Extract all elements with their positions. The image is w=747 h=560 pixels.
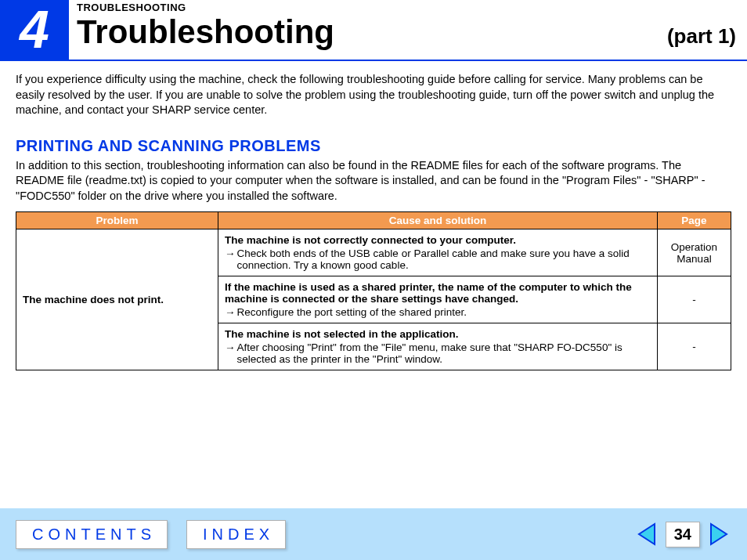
header-main-title: Troubleshooting [77,13,334,51]
troubleshooting-table: Problem Cause and solution Page The mach… [16,211,731,370]
cause-cell: The machine is not correctly connected t… [218,229,658,276]
page-cell: - [658,276,731,323]
solution-text: After choosing "Print" from the "File" m… [237,341,651,365]
triangle-left-icon [636,522,656,546]
svg-marker-1 [711,524,727,544]
arrow-icon: → [225,341,236,365]
index-button[interactable]: INDEX [186,520,286,549]
header-main-row: Troubleshooting (part 1) [77,13,736,51]
table-row: The machine does not print. The machine … [16,229,731,276]
page-cell: - [658,323,731,370]
solution-line: → After choosing "Print" from the "File"… [225,341,651,365]
cause-text: The machine is not correctly connected t… [225,234,651,246]
footer-bar: CONTENTS INDEX 34 [0,508,747,560]
cause-text: The machine is not selected in the appli… [225,328,651,340]
header-right: TROUBLESHOOTING Troubleshooting (part 1) [69,0,747,61]
arrow-icon: → [225,306,236,318]
svg-marker-0 [639,524,655,544]
page-number-box: 34 [666,522,700,547]
th-cause: Cause and solution [218,212,658,229]
body-area: If you experience difficulty using the m… [0,61,747,370]
th-problem: Problem [16,212,218,229]
problem-cell: The machine does not print. [16,229,218,370]
cause-cell: The machine is not selected in the appli… [218,323,658,370]
th-page: Page [658,212,731,229]
contents-button[interactable]: CONTENTS [16,520,168,549]
chapter-number: 4 [20,0,49,60]
page-cell[interactable]: Operation Manual [658,229,731,276]
next-page-button[interactable] [708,521,731,547]
header-part-label: (part 1) [667,24,736,49]
arrow-icon: → [225,247,236,271]
chapter-number-box: 4 [0,0,69,61]
solution-text: Reconfigure the port setting of the shar… [237,306,651,318]
solution-line: → Check both ends of the USB cable or Pa… [225,247,651,271]
prev-page-button[interactable] [634,521,658,547]
triangle-right-icon [709,522,730,546]
cause-cell: If the machine is used as a shared print… [218,276,658,323]
section-desc: In addition to this section, troubleshoo… [16,158,731,204]
page-header: 4 TROUBLESHOOTING Troubleshooting (part … [0,0,747,61]
cause-text: If the machine is used as a shared print… [225,281,651,305]
footer-right: 34 [634,521,731,547]
intro-paragraph: If you experience difficulty using the m… [16,72,731,118]
solution-text: Check both ends of the USB cable or Para… [237,247,651,271]
solution-line: → Reconfigure the port setting of the sh… [225,306,651,318]
section-title: PRINTING AND SCANNING PROBLEMS [16,137,731,155]
header-small-title: TROUBLESHOOTING [77,2,736,13]
table-header-row: Problem Cause and solution Page [16,212,731,229]
